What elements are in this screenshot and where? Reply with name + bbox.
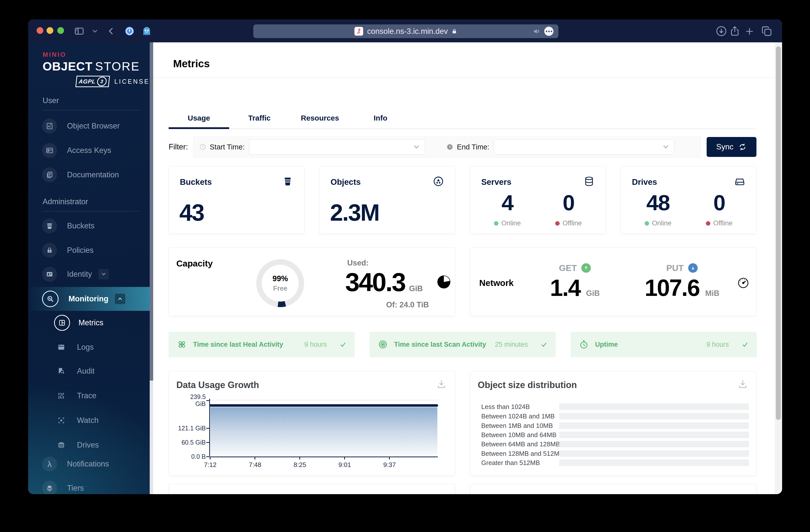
x-label-1: 7:12 — [198, 461, 223, 469]
ghostery-extension-icon[interactable] — [142, 26, 152, 36]
onepassword-extension-icon[interactable] — [124, 26, 135, 36]
uptime-banner-label: Uptime — [595, 341, 618, 349]
lambda-icon: λ — [42, 456, 57, 471]
drive-icon — [734, 176, 745, 187]
sidebar-scrollbar-thumb[interactable] — [150, 42, 153, 381]
trace-icon — [54, 389, 68, 403]
sidebar-item-tiers[interactable]: Tiers — [28, 476, 153, 494]
back-icon[interactable] — [107, 27, 116, 36]
header-divider — [153, 77, 782, 78]
sidebar-subitem-audit[interactable]: Audit — [28, 359, 153, 383]
bucket-icon — [42, 219, 57, 233]
y-tick-121: 121.1 GiB — [176, 425, 206, 432]
sidebar-item-monitoring[interactable]: Monitoring — [28, 287, 153, 311]
drives-icon — [54, 438, 68, 452]
zoom-window-button[interactable] — [57, 27, 64, 34]
data-usage-growth-title: Data Usage Growth — [176, 380, 259, 390]
heal-banner-label: Time since last Heal Activity — [193, 341, 283, 349]
sidebar-item-object-browser[interactable]: Object Browser — [28, 114, 153, 138]
main-scrollbar-thumb[interactable] — [776, 46, 781, 420]
osd-bar-track — [559, 422, 749, 429]
screenshot: console.ns-3.ic.min.dev — [0, 0, 810, 532]
section-heading-user: User — [43, 96, 59, 105]
uptime-banner: Uptime 9 hours — [571, 332, 757, 357]
stats-row: Buckets 43 Objects 2.3M Servers 4 Online — [168, 166, 757, 234]
tab-info[interactable]: Info — [350, 108, 411, 129]
end-time-select[interactable] — [494, 140, 674, 155]
servers-online-col: 4 Online — [494, 190, 521, 227]
peek-cards-row — [168, 484, 757, 494]
heal-icon — [177, 340, 187, 349]
x-axis — [209, 456, 438, 457]
new-tab-icon[interactable] — [745, 27, 755, 36]
close-window-button[interactable] — [37, 27, 43, 34]
osd-bar-track — [559, 450, 749, 457]
audio-icon[interactable] — [533, 28, 540, 35]
heal-banner-value: 9 hours — [304, 341, 327, 349]
buckets-card: Buckets 43 — [168, 166, 304, 234]
browser-window: console.ns-3.ic.min.dev — [28, 19, 782, 494]
tab-usage[interactable]: Usage — [168, 108, 229, 129]
network-put-col: PUT 107.6 MiB — [635, 263, 729, 301]
policies-lock-icon — [42, 243, 57, 258]
servers-online-value: 4 — [494, 190, 521, 215]
x-label-4: 9:01 — [332, 461, 357, 469]
objects-card: Objects 2.3M — [319, 166, 455, 234]
scan-banner-label: Time since last Scan Activity — [394, 341, 486, 349]
capacity-label: Capacity — [176, 259, 213, 269]
pie-chart-icon — [437, 275, 450, 288]
monitoring-collapse-chevron-up-icon[interactable] — [115, 294, 125, 304]
usage-area-fill — [210, 407, 437, 456]
drives-card: Drives 48 Online 0 Offline — [621, 166, 757, 234]
start-time-clock-icon — [199, 143, 206, 150]
tab-overview-icon[interactable] — [761, 26, 772, 37]
start-time-select[interactable] — [249, 140, 425, 155]
documentation-icon — [42, 167, 57, 182]
servers-offline-col: 0 Offline — [555, 190, 582, 227]
capacity-used-label: Used: — [347, 259, 369, 268]
osd-row: Between 64MB and 128MB — [470, 440, 756, 448]
more-icon[interactable] — [544, 27, 553, 36]
product-name: OBJECTSTORE — [43, 60, 150, 73]
main-content: Metrics Usage Traffic Resources Info Fil… — [153, 42, 782, 494]
scan-target-icon — [378, 340, 388, 349]
capacity-network-row: Capacity 99% Free Used: 340.3 GiB Of: 24… — [168, 247, 757, 316]
access-keys-icon — [42, 143, 57, 158]
objects-icon — [433, 176, 444, 187]
download-chart-icon[interactable] — [436, 379, 447, 390]
sidebar-subitem-metrics[interactable]: Metrics — [28, 311, 153, 335]
sidebar-item-buckets[interactable]: Buckets — [28, 214, 153, 238]
identity-expand-chevron-down-icon[interactable] — [98, 269, 109, 279]
chevron-down-icon[interactable] — [92, 29, 98, 33]
x-label-2: 7:48 — [243, 461, 268, 469]
drives-online-col: 48 Online — [645, 190, 671, 227]
stopwatch-icon — [579, 340, 588, 349]
sidebar-item-access-keys[interactable]: Access Keys — [28, 139, 153, 162]
drives-online-value: 48 — [645, 190, 671, 215]
share-icon[interactable] — [729, 25, 741, 37]
sidebar-subitem-watch[interactable]: Watch — [28, 408, 153, 432]
downloads-icon[interactable] — [716, 26, 727, 37]
tab-resources[interactable]: Resources — [290, 108, 350, 129]
download-chart-icon[interactable] — [737, 379, 748, 390]
drives-offline-col: 0 Offline — [706, 190, 733, 227]
watch-icon — [54, 413, 68, 428]
sidebar-item-notifications[interactable]: λ Notifications — [28, 452, 153, 476]
sidebar-toggle-icon[interactable] — [74, 26, 84, 36]
start-time-label: Start Time: — [210, 143, 245, 151]
sidebar-item-documentation[interactable]: Documentation — [28, 163, 153, 187]
filter-panel: Start Time: End Time: — [193, 136, 701, 157]
address-bar[interactable]: console.ns-3.ic.min.dev — [253, 25, 558, 38]
end-time-label: End Time: — [457, 143, 489, 151]
sync-button[interactable]: Sync — [707, 137, 757, 157]
sidebar-subitem-trace[interactable]: Trace — [28, 384, 153, 408]
divider — [43, 110, 139, 110]
get-up-arrow-icon — [581, 263, 591, 273]
sidebar-item-identity[interactable]: Identity — [28, 262, 153, 286]
y-tick-240: 239.5GiB — [176, 393, 206, 407]
sidebar-item-policies[interactable]: Policies — [28, 238, 153, 262]
minimize-window-button[interactable] — [47, 27, 53, 34]
tab-traffic[interactable]: Traffic — [229, 108, 290, 129]
sidebar-subitem-logs[interactable]: Logs — [28, 335, 153, 359]
end-time-clock-icon — [446, 143, 453, 150]
